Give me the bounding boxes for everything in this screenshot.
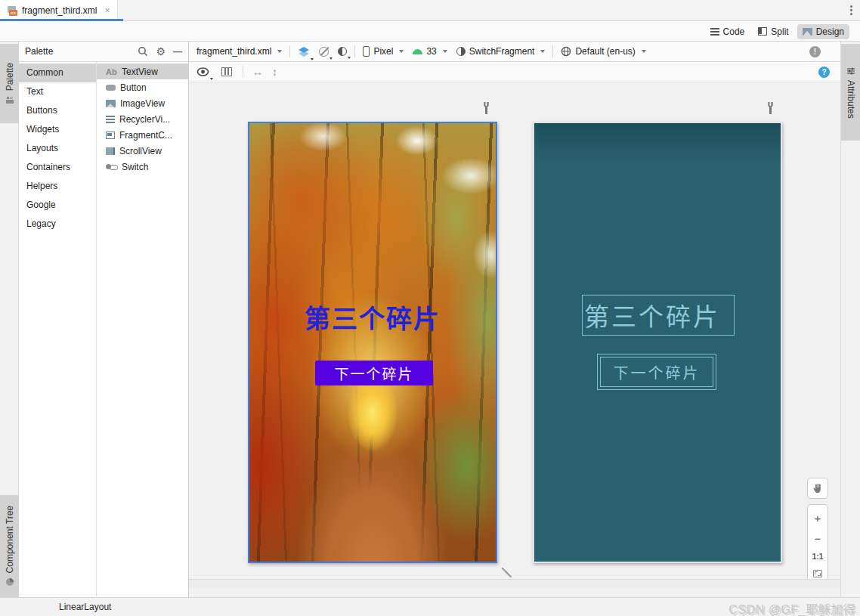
sliders-icon: [846, 67, 855, 76]
component-fragmentcontainer-label: FragmentC...: [119, 130, 172, 141]
design-icon: [803, 28, 812, 36]
component-switch[interactable]: Switch: [97, 159, 188, 175]
api-level-dropdown[interactable]: 33: [411, 45, 448, 58]
component-recyclerview[interactable]: RecyclerVi...: [97, 111, 188, 127]
device-resize-handle[interactable]: [499, 565, 514, 580]
zoom-ratio-button[interactable]: 1:1: [812, 553, 823, 561]
zoom-out-button[interactable]: −: [815, 533, 821, 544]
palette-header: Palette ⚙ —: [19, 42, 188, 62]
code-mode-button[interactable]: Code: [705, 24, 750, 39]
category-buttons[interactable]: Buttons: [19, 101, 96, 120]
wrench-icon[interactable]: [481, 102, 491, 114]
category-google[interactable]: Google: [19, 196, 96, 215]
scrollview-icon: [106, 147, 115, 155]
globe-icon: [561, 46, 571, 57]
chevron-down-icon: [443, 50, 447, 53]
component-button-label: Button: [120, 82, 147, 93]
right-tool-strip: Attributes: [840, 42, 860, 597]
code-icon: [710, 28, 719, 29]
active-tab-underline: [0, 19, 123, 21]
eye-icon: [196, 67, 209, 77]
gear-icon[interactable]: ⚙: [156, 46, 166, 57]
blueprint-next-fragment-button[interactable]: 下一个碎片: [597, 354, 716, 390]
split-mode-button[interactable]: Split: [753, 24, 793, 39]
ui-mode-selector[interactable]: [336, 45, 348, 57]
component-recyclerview-label: RecyclerVi...: [119, 114, 170, 125]
design-canvas[interactable]: 第三个碎片 下一个碎片 第三个碎片 下一个碎片 +: [189, 82, 840, 588]
split-label: Split: [771, 26, 788, 37]
theme-selector-dropdown[interactable]: SwitchFragment: [455, 45, 547, 58]
category-text[interactable]: Text: [19, 82, 96, 101]
view-options-button[interactable]: [195, 66, 211, 79]
tab-fragment-third-xml[interactable]: <> fragment_third.xml ×: [0, 0, 118, 21]
design-surface-selector[interactable]: [296, 45, 311, 59]
category-common[interactable]: Common: [19, 63, 96, 82]
theme-label: SwitchFragment: [469, 46, 535, 57]
category-helpers[interactable]: Helpers: [19, 177, 96, 196]
component-switch-label: Switch: [122, 162, 148, 172]
design-config-toolbar: fragment_third.xml Pixe: [189, 42, 840, 62]
component-tree-side-tab[interactable]: Component Tree: [0, 495, 19, 597]
blueprint-button-label: 下一个碎片: [600, 357, 713, 387]
design-label: Design: [816, 26, 844, 37]
category-legacy[interactable]: Legacy: [19, 215, 96, 234]
component-imageview-label: ImageView: [120, 98, 165, 109]
component-button[interactable]: Button: [97, 79, 188, 95]
horizontal-scrollbar[interactable]: [189, 579, 840, 588]
half-circle-icon: [338, 47, 347, 56]
palette-side-tab[interactable]: Palette: [0, 44, 19, 123]
button-icon: [106, 85, 116, 91]
chevron-down-icon: [348, 57, 351, 59]
category-widgets[interactable]: Widgets: [19, 120, 96, 139]
minimize-icon[interactable]: —: [173, 46, 182, 57]
component-tree-icon: [5, 577, 14, 587]
blueprint-title-textview[interactable]: 第三个碎片: [582, 295, 735, 336]
columns-icon: [221, 67, 232, 76]
file-selector-dropdown[interactable]: fragment_third.xml: [195, 45, 283, 58]
theme-icon: [456, 47, 466, 56]
vertical-resize-icon[interactable]: ↕: [272, 66, 277, 78]
grid-mode-button[interactable]: [220, 66, 234, 78]
attributes-side-tab-label: Attributes: [846, 80, 856, 119]
help-badge[interactable]: ?: [818, 67, 830, 78]
android-studio-layout-editor: <> fragment_third.xml × Code Split Desig…: [0, 0, 860, 616]
next-fragment-button[interactable]: 下一个碎片: [315, 361, 433, 385]
pan-tool-button[interactable]: [807, 478, 828, 499]
component-scrollview-label: ScrollView: [119, 146, 162, 156]
horizontal-resize-icon[interactable]: ↔: [252, 66, 263, 78]
device-selector-dropdown[interactable]: Pixel: [361, 45, 405, 58]
fragment-title-textview[interactable]: 第三个碎片: [249, 299, 496, 336]
issue-badge[interactable]: !: [809, 46, 821, 57]
palette-icon: [5, 95, 14, 104]
kebab-menu-icon[interactable]: [850, 5, 852, 8]
switch-icon: [106, 164, 117, 169]
component-fragmentcontainer[interactable]: FragmentC...: [97, 127, 188, 143]
locale-selector-dropdown[interactable]: Default (en-us): [559, 45, 647, 58]
zoom-to-fit-icon[interactable]: [813, 570, 822, 577]
attributes-side-tab[interactable]: Attributes: [841, 44, 860, 141]
wrench-icon[interactable]: [766, 102, 775, 114]
code-label: Code: [723, 26, 745, 37]
category-layouts[interactable]: Layouts: [19, 139, 96, 158]
search-icon[interactable]: [138, 46, 148, 57]
editor-tab-bar: <> fragment_third.xml ×: [0, 0, 860, 21]
zoom-controls: + − 1:1: [807, 504, 828, 586]
component-scrollview[interactable]: ScrollView: [97, 143, 188, 159]
palette-title: Palette: [25, 46, 130, 57]
night-mode-selector[interactable]: [317, 45, 330, 58]
blueprint-preview-phone[interactable]: 第三个碎片 下一个碎片: [533, 122, 782, 563]
textview-icon: Ab: [106, 67, 117, 76]
zoom-in-button[interactable]: +: [815, 512, 821, 524]
design-mode-button[interactable]: Design: [797, 24, 849, 39]
component-imageview[interactable]: ImageView: [97, 95, 188, 111]
chevron-down-icon: [642, 50, 646, 53]
device-label: Pixel: [373, 46, 393, 57]
breadcrumb[interactable]: LinearLayout: [59, 602, 111, 612]
design-preview-phone[interactable]: 第三个碎片 下一个碎片: [248, 122, 497, 563]
tab-close-icon[interactable]: ×: [104, 5, 110, 16]
chevron-down-icon: [399, 50, 404, 53]
palette-panel: Palette ⚙ — Common Text Buttons Widgets …: [19, 42, 189, 597]
category-containers[interactable]: Containers: [19, 158, 96, 177]
component-textview[interactable]: Ab TextView: [97, 63, 188, 79]
tab-title: fragment_third.xml: [22, 5, 97, 16]
